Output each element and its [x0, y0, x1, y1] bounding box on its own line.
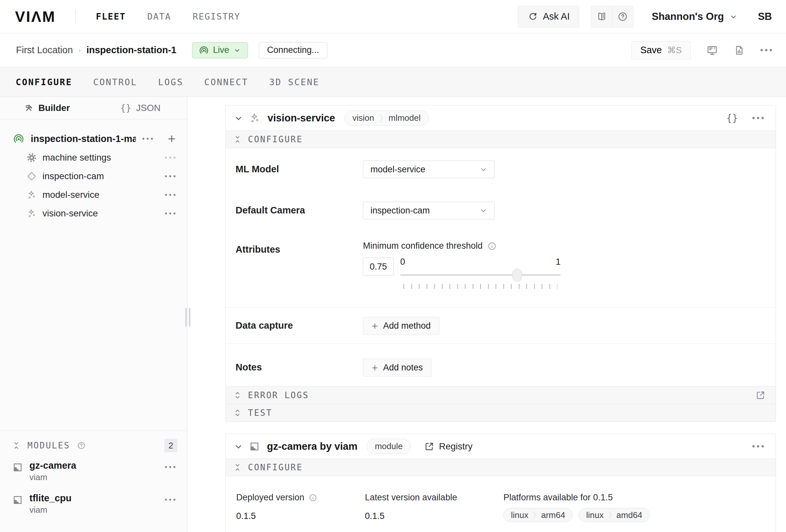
- card-more-menu[interactable]: [753, 117, 764, 119]
- vision-card-title: vision-service: [268, 112, 335, 124]
- help-question-icon[interactable]: [612, 6, 633, 27]
- add-notes-button[interactable]: + Add notes: [363, 359, 432, 377]
- pill-separator: [608, 511, 612, 519]
- tab-configure[interactable]: CONFIGURE: [16, 77, 72, 87]
- nav-link-registry[interactable]: REGISTRY: [193, 11, 240, 22]
- org-name: Shannon's Org: [652, 11, 724, 23]
- tab-3d-scene[interactable]: 3D SCENE: [269, 77, 320, 87]
- open-logs-external-icon[interactable]: [755, 390, 766, 401]
- breadcrumb-location[interactable]: First Location: [16, 45, 73, 55]
- machine-more-menu[interactable]: [761, 49, 772, 51]
- expand-icon: [233, 408, 242, 417]
- chevron-down-icon: [479, 206, 488, 215]
- item-more-menu[interactable]: [165, 213, 176, 214]
- service-sparkles-icon: [27, 209, 37, 218]
- item-more-menu[interactable]: [165, 157, 176, 159]
- add-method-button[interactable]: + Add method: [363, 317, 439, 335]
- nav-divider: [75, 9, 75, 24]
- machine-page-icon[interactable]: [706, 44, 718, 56]
- data-capture-row: Data capture + Add method: [235, 308, 764, 343]
- tree-item-machine-settings[interactable]: machine settings: [0, 148, 187, 167]
- platform-pill-linux-amd64: linux amd64: [579, 508, 650, 522]
- add-notes-label: Add notes: [383, 363, 423, 373]
- help-question-icon[interactable]: [77, 441, 86, 450]
- latest-version-value: 0.1.5: [365, 511, 503, 521]
- report-file-icon[interactable]: [734, 45, 745, 56]
- registry-label: Registry: [439, 441, 473, 452]
- connecting-button[interactable]: Connecting...: [259, 42, 327, 58]
- tree-item-label: inspection-cam: [43, 171, 159, 182]
- threshold-input[interactable]: [363, 258, 394, 276]
- tag-module: module: [375, 441, 402, 451]
- item-more-menu[interactable]: [165, 175, 176, 177]
- tree-item-vision-service[interactable]: vision-service: [0, 204, 187, 223]
- chevron-down-icon[interactable]: [234, 113, 244, 123]
- add-method-label: Add method: [383, 321, 431, 331]
- test-bar[interactable]: TEST: [226, 404, 776, 421]
- config-main-panel: vision-service vision mlmodel {} CONFIGU…: [187, 97, 786, 532]
- broadcast-icon: [199, 45, 209, 55]
- slider-track[interactable]: [400, 274, 561, 276]
- save-button[interactable]: Save ⌘S: [631, 41, 691, 59]
- registry-link[interactable]: Registry: [424, 441, 473, 452]
- module-more-menu[interactable]: [165, 499, 176, 515]
- tab-connect[interactable]: CONNECT: [204, 77, 248, 87]
- json-mode-button[interactable]: {} JSON: [94, 97, 187, 119]
- ml-model-value: model-service: [370, 165, 479, 175]
- ask-ai-button[interactable]: Ask AI: [518, 6, 579, 27]
- configure-section-bar[interactable]: CONFIGURE: [226, 459, 776, 476]
- sidebar-resize-handle[interactable]: [185, 308, 190, 327]
- live-status-dropdown[interactable]: Live: [192, 42, 248, 58]
- ai-sparkle-icon: [527, 11, 538, 22]
- builder-mode-button[interactable]: Builder: [0, 97, 94, 119]
- default-camera-select[interactable]: inspection-cam: [363, 202, 494, 219]
- platform-pill-linux-arm64: linux arm64: [503, 508, 573, 522]
- error-logs-bar[interactable]: ERROR LOGS: [226, 386, 776, 404]
- notes-label: Notes: [235, 359, 363, 377]
- configure-section-bar[interactable]: CONFIGURE: [226, 130, 776, 148]
- module-card-title: gz-camera by viam: [267, 441, 357, 452]
- builder-label: Builder: [39, 103, 70, 113]
- chevron-down-icon: [479, 165, 488, 174]
- module-card-header: gz-camera by viam module Registry: [226, 434, 776, 459]
- ml-model-select[interactable]: model-service: [363, 161, 494, 178]
- ask-ai-label: Ask AI: [543, 11, 570, 22]
- tree-root-main-part[interactable]: inspection-station-1-main +: [0, 129, 187, 148]
- add-component-button[interactable]: +: [168, 132, 176, 145]
- threshold-slider: 0 1: [400, 258, 561, 289]
- tree-item-inspection-cam[interactable]: inspection-cam: [0, 167, 187, 185]
- part-more-menu[interactable]: [142, 138, 153, 140]
- card-more-menu[interactable]: [753, 445, 764, 448]
- vision-service-card: vision-service vision mlmodel {} CONFIGU…: [225, 105, 776, 422]
- info-icon[interactable]: [487, 241, 497, 251]
- item-more-menu[interactable]: [165, 194, 176, 196]
- viam-logo[interactable]: VIΛM: [15, 8, 55, 25]
- module-item-gz-camera[interactable]: gz-camera viam: [0, 455, 187, 488]
- nav-link-fleet[interactable]: FLEET: [96, 11, 125, 22]
- tab-control[interactable]: CONTROL: [93, 77, 137, 87]
- module-more-menu[interactable]: [165, 466, 176, 482]
- org-switcher[interactable]: Shannon's Org: [652, 11, 738, 23]
- docs-book-icon[interactable]: [591, 6, 612, 27]
- module-item-tflite-cpu[interactable]: tflite_cpu viam: [0, 488, 187, 520]
- version-info: Deployed version 0.1.5 Latest version av…: [235, 476, 764, 522]
- plus-icon: +: [372, 363, 378, 373]
- avatar[interactable]: SB: [758, 11, 772, 23]
- view-json-button[interactable]: {}: [726, 112, 738, 124]
- collapse-icon[interactable]: [12, 441, 21, 450]
- info-icon[interactable]: [308, 493, 318, 502]
- modules-section: MODULES 2 gz-camera viam: [0, 431, 187, 532]
- broadcast-icon: [13, 133, 24, 144]
- notes-row: Notes + Add notes: [235, 344, 764, 386]
- default-camera-row: Default Camera inspection-cam: [235, 202, 764, 219]
- nav-link-data[interactable]: DATA: [147, 11, 171, 22]
- platforms-col: Platforms available for 0.1.5 linux arm6…: [503, 492, 650, 522]
- tree-item-model-service[interactable]: model-service: [0, 185, 187, 204]
- attributes-fields: Minimum confidence threshold: [363, 241, 561, 289]
- chevron-down-icon[interactable]: [234, 442, 244, 451]
- slider-handle[interactable]: [512, 269, 522, 282]
- configure-label: CONFIGURE: [248, 462, 303, 472]
- tab-logs[interactable]: LOGS: [158, 77, 183, 87]
- machine-part-tree: inspection-station-1-main + machine sett…: [0, 119, 187, 223]
- vision-type-tags: vision mlmodel: [344, 110, 429, 126]
